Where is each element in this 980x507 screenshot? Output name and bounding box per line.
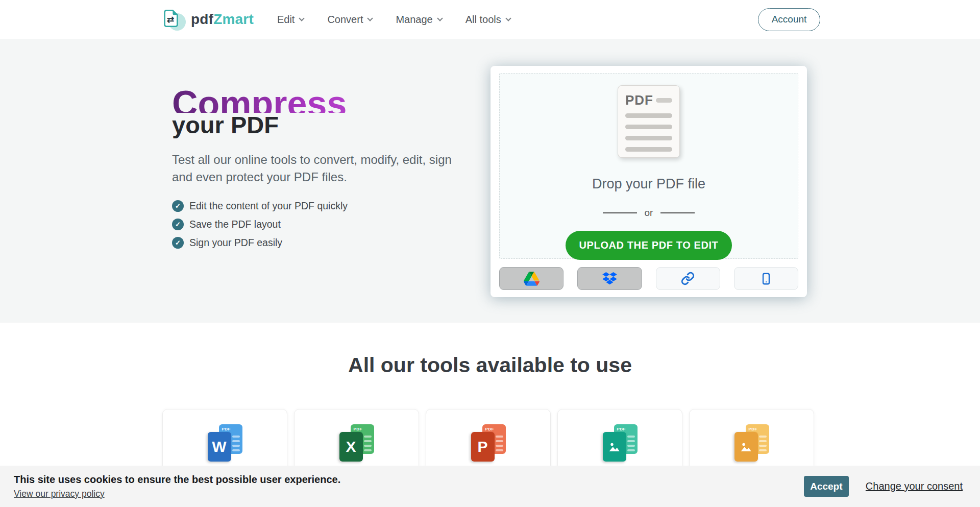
chevron-down-icon	[505, 15, 511, 21]
from-device-upload-button[interactable]	[734, 267, 798, 290]
tool-icon: PDFW	[207, 424, 243, 463]
mini-pdf-label: PDF	[482, 424, 506, 431]
checklist-label: Save the PDF layout	[189, 219, 281, 230]
google-drive-upload-button[interactable]	[499, 267, 564, 290]
hero-section: Compress your PDF Test all our online to…	[0, 39, 980, 323]
format-letter: W	[212, 438, 226, 455]
mini-pdf-label: PDF	[746, 424, 769, 431]
drop-instruction: Drop your PDF file	[500, 176, 798, 192]
checklist-item: ✓Save the PDF layout	[172, 219, 473, 230]
check-icon: ✓	[172, 200, 184, 212]
check-icon: ✓	[172, 237, 184, 249]
from-url-upload-button[interactable]	[656, 267, 720, 290]
nav-label: All tools	[465, 14, 501, 26]
main-nav: EditConvertManageAll tools	[277, 14, 510, 26]
hero-description: Test all our online tools to convert, mo…	[172, 151, 473, 186]
checklist-label: Edit the content of your PDF quickly	[189, 200, 348, 212]
nav-item-all-tools[interactable]: All tools	[465, 14, 510, 26]
pdf-file-icon: PDF	[618, 85, 680, 158]
pdf-dropzone[interactable]: PDF Drop your PDF file or UPLOAD THE PDF…	[499, 73, 798, 259]
mini-pdf-label: PDF	[219, 424, 242, 431]
chevron-down-icon	[299, 15, 305, 21]
mini-pdf-label: PDF	[351, 424, 374, 431]
mini-pdf-label: PDF	[614, 424, 638, 431]
check-icon: ✓	[172, 219, 184, 230]
nav-label: Manage	[396, 14, 432, 26]
upload-sources	[499, 267, 798, 290]
change-consent-link[interactable]: Change your consent	[866, 480, 963, 492]
animated-word-clip: Compress	[172, 84, 473, 113]
hero-title: your PDF	[172, 113, 473, 137]
hero-animated-word: Compress	[172, 84, 473, 113]
tool-icon: PDF	[733, 424, 770, 463]
brand-name: pdfZmart	[191, 11, 254, 28]
pdf-swap-icon: ⇄	[162, 7, 186, 32]
logo[interactable]: ⇄ pdfZmart	[162, 7, 254, 32]
cookie-message: This site uses cookies to ensure the bes…	[14, 474, 340, 486]
tool-icon: PDFX	[338, 424, 375, 463]
upload-button[interactable]: UPLOAD THE PDF TO EDIT	[566, 231, 732, 260]
dropbox-upload-button[interactable]	[577, 267, 642, 290]
accept-cookies-button[interactable]: Accept	[804, 476, 849, 497]
format-letter: X	[346, 438, 356, 455]
or-divider: or	[500, 207, 798, 219]
nav-label: Convert	[327, 14, 363, 26]
header: ⇄ pdfZmart EditConvertManageAll tools Ac…	[0, 0, 980, 39]
image-icon	[739, 441, 753, 453]
chevron-down-icon	[368, 15, 373, 21]
nav-item-manage[interactable]: Manage	[396, 14, 442, 26]
pdf-file-icon-label: PDF	[625, 93, 653, 107]
account-button[interactable]: Account	[758, 8, 820, 31]
privacy-policy-link[interactable]: View our privacy policy	[14, 489, 105, 499]
nav-label: Edit	[277, 14, 295, 26]
link-icon	[681, 272, 695, 285]
nav-item-convert[interactable]: Convert	[327, 14, 372, 26]
google-drive-icon	[524, 272, 540, 286]
tool-icon: PDF	[602, 424, 639, 463]
checklist-label: Sign your PDF easily	[189, 237, 282, 249]
dropbox-icon	[602, 272, 617, 285]
phone-icon	[760, 272, 773, 285]
tools-heading: All our tools available to use	[0, 353, 980, 377]
checklist-item: ✓Sign your PDF easily	[172, 237, 473, 249]
cookie-banner: This site uses cookies to ensure the bes…	[0, 466, 980, 507]
format-letter: P	[477, 438, 487, 455]
chevron-down-icon	[437, 15, 443, 21]
nav-item-edit[interactable]: Edit	[277, 14, 304, 26]
feature-checklist: ✓Edit the content of your PDF quickly✓Sa…	[172, 200, 473, 249]
tool-icon: PDFP	[470, 424, 507, 463]
upload-card: PDF Drop your PDF file or UPLOAD THE PDF…	[491, 66, 807, 297]
image-icon	[607, 441, 621, 453]
checklist-item: ✓Edit the content of your PDF quickly	[172, 200, 473, 212]
